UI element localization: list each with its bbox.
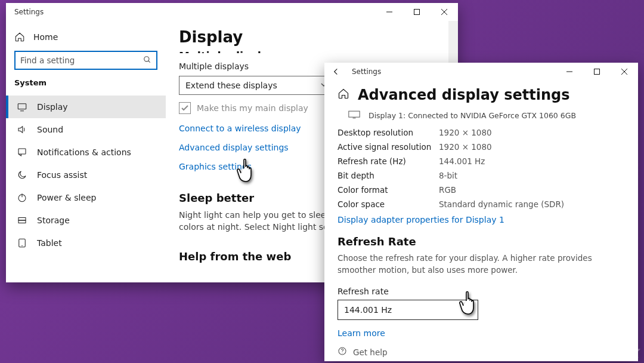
window-controls <box>376 3 458 21</box>
close-button[interactable] <box>611 63 638 81</box>
svg-rect-6 <box>18 104 26 109</box>
nav-label: Tablet <box>37 238 62 248</box>
maximize-button[interactable] <box>403 3 431 21</box>
back-button[interactable] <box>332 67 341 76</box>
notifications-icon <box>17 147 27 158</box>
sidebar-item-storage[interactable]: Storage <box>6 209 166 232</box>
titlebar: Settings <box>324 63 638 81</box>
search-placeholder: Find a setting <box>20 56 75 65</box>
sidebar-item-power-sleep[interactable]: Power & sleep <box>6 186 166 209</box>
sidebar: Home Find a setting System Display Sound <box>6 21 166 282</box>
svg-line-5 <box>148 60 150 62</box>
watermark: UGETFIX <box>578 346 639 361</box>
svg-rect-8 <box>18 149 26 154</box>
svg-rect-12 <box>18 220 26 223</box>
info-row: Refresh rate (Hz)144.001 Hz <box>338 156 625 166</box>
search-icon <box>143 56 151 66</box>
storage-icon <box>17 215 27 226</box>
sidebar-item-display[interactable]: Display <box>6 96 166 118</box>
window-controls <box>556 63 638 81</box>
svg-rect-19 <box>349 111 360 117</box>
dropdown-value: Extend these displays <box>185 81 277 90</box>
home-label: Home <box>33 32 58 42</box>
svg-point-4 <box>144 56 149 61</box>
main-display-checkbox[interactable] <box>179 102 191 114</box>
learn-more-link[interactable]: Learn more <box>338 328 625 338</box>
page-title: Advanced display settings <box>358 87 570 103</box>
window-title: Settings <box>352 67 381 76</box>
content-area: Advanced display settings Display 1: Con… <box>324 81 638 361</box>
nav-label: Notifications & actions <box>37 147 131 157</box>
page-title: Display <box>179 28 445 46</box>
nav-label: Storage <box>37 216 70 225</box>
sidebar-item-sound[interactable]: Sound <box>6 118 166 141</box>
dropdown-value: 144.001 Hz <box>344 305 392 315</box>
info-row: Color spaceStandard dynamic range (SDR) <box>338 199 625 209</box>
display-adapter-properties-link[interactable]: Display adapter properties for Display 1 <box>338 215 625 224</box>
svg-point-22 <box>342 353 342 353</box>
nav-list: Display Sound Notifications & actions Fo… <box>6 93 166 254</box>
minimize-button[interactable] <box>376 3 403 21</box>
search-input[interactable]: Find a setting <box>14 51 157 70</box>
info-row: Active signal resolution1920 × 1080 <box>338 142 625 152</box>
sidebar-item-home[interactable]: Home <box>6 27 166 48</box>
titlebar: Settings <box>6 3 458 21</box>
monitor-icon <box>348 110 360 121</box>
nav-label: Power & sleep <box>37 193 96 202</box>
info-row: Color formatRGB <box>338 185 625 195</box>
svg-rect-16 <box>595 69 600 75</box>
home-icon[interactable] <box>338 88 349 102</box>
sound-icon <box>17 124 27 135</box>
close-button[interactable] <box>431 3 458 21</box>
maximize-button[interactable] <box>583 63 611 81</box>
clipped-heading: Multiple displays <box>179 50 445 53</box>
svg-rect-1 <box>414 10 420 15</box>
display-info-table: Desktop resolution1920 × 1080 Active sig… <box>338 128 625 209</box>
help-icon <box>338 346 347 358</box>
nav-label: Focus assist <box>37 170 87 180</box>
svg-rect-11 <box>18 218 26 221</box>
get-help-label: Get help <box>353 347 388 357</box>
sidebar-item-tablet[interactable]: Tablet <box>6 232 166 254</box>
power-icon <box>17 192 27 203</box>
main-display-label: Make this my main display <box>197 103 308 113</box>
sidebar-item-notifications[interactable]: Notifications & actions <box>6 141 166 164</box>
info-row: Desktop resolution1920 × 1080 <box>338 128 625 137</box>
display-connection-row: Display 1: Connected to NVIDIA GeForce G… <box>348 110 625 121</box>
refresh-rate-label: Refresh rate <box>338 287 625 296</box>
get-help-row[interactable]: Get help <box>338 346 388 358</box>
info-row: Bit depth8-bit <box>338 171 625 180</box>
display-connection-text: Display 1: Connected to NVIDIA GeForce G… <box>369 111 576 120</box>
settings-window-advanced-display: Settings Advanced display settings <box>324 63 638 361</box>
window-title: Settings <box>14 8 44 16</box>
sidebar-item-focus-assist[interactable]: Focus assist <box>6 164 166 186</box>
nav-label: Display <box>37 102 68 112</box>
tablet-icon <box>17 238 27 248</box>
category-label: System <box>6 78 166 93</box>
chevron-down-icon <box>465 305 472 315</box>
refresh-rate-heading: Refresh Rate <box>338 235 625 248</box>
monitor-icon <box>17 101 27 112</box>
refresh-rate-description: Choose the refresh rate for your display… <box>338 253 625 276</box>
nav-label: Sound <box>37 125 63 134</box>
home-icon <box>14 32 25 42</box>
multi-displays-dropdown[interactable]: Extend these displays <box>179 76 334 95</box>
moon-icon <box>17 170 27 180</box>
minimize-button[interactable] <box>556 63 583 81</box>
refresh-rate-dropdown[interactable]: 144.001 Hz <box>338 300 478 320</box>
